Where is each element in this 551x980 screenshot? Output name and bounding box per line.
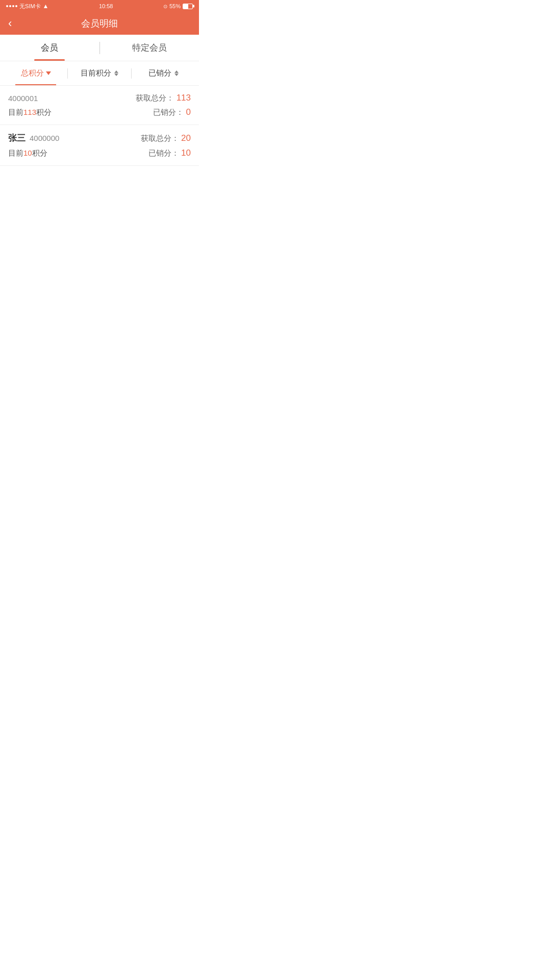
status-right: ⊙ 55% [163,3,193,9]
total-points-row1-2: 获取总分： 20 [141,133,191,143]
battery-percent: 55% [169,3,181,9]
total-points-label-2: 获取总分： [141,134,179,142]
member-row1-2: 张三 4000000 获取总分： 20 [8,132,191,144]
used-points-value-2: 10 [181,148,191,158]
total-points-row1-1: 获取总分： 113 [136,93,191,103]
back-button[interactable]: ‹ [8,17,12,30]
member-list: 4000001 获取总分： 113 目前113积分 已销分： 0 张三 4000… [0,86,199,166]
status-left: 无SIM卡 ▲ [6,3,48,10]
sim-text: 无SIM卡 [19,3,41,10]
member-id-1: 4000001 [8,94,38,103]
current-points-1: 目前113积分 [8,108,52,117]
page-title: 会员明细 [81,17,118,30]
tab-member[interactable]: 会员 [0,35,99,61]
status-bar: 无SIM卡 ▲ 10:58 ⊙ 55% [0,0,199,12]
total-points-value-2: 20 [181,133,191,143]
header: ‹ 会员明细 [0,12,199,35]
used-points-value-1: 0 [186,107,191,117]
sort-total-points[interactable]: 总积分 [4,61,67,85]
member-row1-1: 4000001 获取总分： 113 [8,93,191,103]
lock-icon: ⊙ [163,4,167,9]
member-name-2: 张三 [8,132,26,144]
member-item-1[interactable]: 4000001 获取总分： 113 目前113积分 已销分： 0 [0,86,199,125]
signal-icon [6,5,17,7]
sort-arrows-used-icon [174,70,179,76]
chevron-down-icon [46,71,51,75]
sort-current-points[interactable]: 目前积分 [68,61,131,85]
member-item-2[interactable]: 张三 4000000 获取总分： 20 目前10积分 已销分： 10 [0,125,199,166]
total-points-value-1: 113 [177,93,191,103]
member-id-2: 4000000 [30,134,59,142]
sort-used-points[interactable]: 已销分 [132,61,195,85]
tab-special-member[interactable]: 特定会员 [100,35,199,61]
member-row2-2: 目前10积分 已销分： 10 [8,148,191,158]
member-name-id-2: 张三 4000000 [8,132,59,144]
used-points-row2-1: 已销分： 0 [153,107,191,117]
total-points-label-1: 获取总分： [136,93,174,102]
used-points-row2-2: 已销分： 10 [148,148,191,158]
sort-arrows-icon [114,70,118,76]
used-points-label-2: 已销分： [148,149,179,157]
status-time: 10:58 [99,3,113,9]
member-row2-1: 目前113积分 已销分： 0 [8,107,191,117]
wifi-icon: ▲ [43,3,49,10]
sort-bar: 总积分 目前积分 已销分 [0,61,199,86]
battery-icon [183,4,193,9]
used-points-label-1: 已销分： [153,108,184,116]
current-points-2: 目前10积分 [8,149,47,158]
tab-bar: 会员 特定会员 [0,35,199,61]
